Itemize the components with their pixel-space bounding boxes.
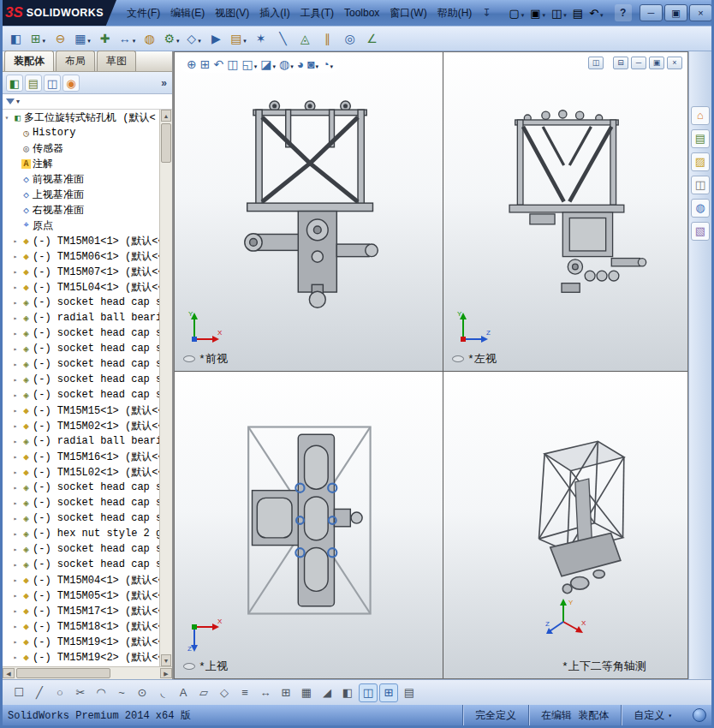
scroll-down-arrow[interactable]: ▼ bbox=[161, 654, 171, 666]
dropdown-arrow-icon[interactable] bbox=[176, 32, 180, 45]
expand-arrow-icon[interactable]: ▸ bbox=[11, 515, 20, 522]
expand-arrow-icon[interactable]: ▸ bbox=[11, 407, 20, 415]
expand-arrow-icon[interactable]: ▸ bbox=[11, 283, 20, 291]
menu-item[interactable]: 视图(V) bbox=[210, 1, 254, 25]
expand-arrow-icon[interactable]: ▸ bbox=[11, 268, 20, 276]
toolbar-button[interactable]: ◍ bbox=[139, 28, 160, 49]
expand-arrow-icon[interactable]: ▸ bbox=[11, 391, 20, 399]
statusbar-globe-icon[interactable] bbox=[693, 708, 706, 722]
tree-item[interactable]: ▸ (-) socket head cap scr bbox=[3, 341, 159, 356]
tree-item[interactable]: ▸ (-) TM15M04<1> (默认<<默 bbox=[3, 572, 159, 588]
commandmanager-tab[interactable]: 布局 bbox=[56, 51, 95, 71]
dropdown-arrow-icon[interactable] bbox=[521, 7, 525, 20]
toolbar-button[interactable]: ◧ bbox=[5, 28, 27, 49]
menu-item[interactable]: 帮助(H) bbox=[432, 1, 478, 25]
scrollbar-thumb[interactable] bbox=[16, 668, 110, 678]
tree-item[interactable]: ▸ (-) radial ball bearing bbox=[3, 310, 159, 325]
headsup-button[interactable]: ◍ bbox=[279, 57, 294, 71]
tree-vertical-scrollbar[interactable]: ▲ ▼ bbox=[159, 110, 172, 666]
menu-item[interactable]: Toolbox bbox=[339, 1, 384, 25]
toolbar-button[interactable]: ◬ bbox=[295, 28, 316, 49]
tree-item[interactable]: ▸ (-) socket head cap scr bbox=[3, 557, 159, 572]
quick-toolbar-button[interactable]: ◫ bbox=[549, 3, 569, 22]
expand-arrow-icon[interactable]: ▸ bbox=[11, 499, 20, 507]
tree-item[interactable]: ▸ (-) TM15M02<1> (默认<<默 bbox=[3, 418, 159, 433]
expand-arrow-icon[interactable]: ▾ bbox=[3, 114, 11, 122]
sketch-toolbar-button[interactable]: ◇ bbox=[215, 683, 234, 702]
task-pane-icon[interactable]: ▧ bbox=[691, 222, 710, 241]
headsup-button[interactable]: ◪ bbox=[260, 57, 276, 71]
sketch-toolbar-button[interactable]: ○ bbox=[51, 683, 69, 702]
scroll-right-arrow[interactable]: ▶ bbox=[160, 668, 172, 678]
tree-item[interactable]: ▸ (-) TM15M05<1> (默认<<默 bbox=[3, 588, 159, 603]
menu-item[interactable]: 文件(F) bbox=[122, 1, 165, 25]
tree-item[interactable]: ▸ (-) socket head cap scr bbox=[3, 356, 159, 372]
dropdown-arrow-icon[interactable] bbox=[42, 32, 46, 45]
tree-item[interactable]: ▸ (-) TM15M07<1> (默认<<默 bbox=[3, 264, 159, 279]
tree-item[interactable]: ▸ (-) radial ball bearing bbox=[3, 433, 159, 449]
dropdown-arrow-icon[interactable] bbox=[86, 32, 91, 45]
toolbar-button[interactable]: ⊖ bbox=[50, 28, 71, 49]
sketch-toolbar-button[interactable]: ▤ bbox=[400, 683, 419, 702]
task-pane-icon[interactable]: ⌂ bbox=[691, 106, 710, 125]
expand-arrow-icon[interactable]: ▸ bbox=[11, 638, 20, 646]
quick-toolbar-button[interactable]: ▤ bbox=[570, 3, 586, 22]
headsup-button[interactable]: ⊞ bbox=[200, 57, 211, 71]
scroll-left-arrow[interactable]: ◀ bbox=[3, 668, 15, 678]
tree-item[interactable]: ▸ (-) TM15M01<1> (默认<<默 bbox=[3, 233, 159, 248]
expand-arrow-icon[interactable]: ▸ bbox=[11, 468, 20, 476]
tree-item[interactable]: ▸ (-) socket head cap scr bbox=[3, 541, 159, 557]
expand-arrow-icon[interactable]: ▸ bbox=[11, 592, 20, 600]
expand-arrow-icon[interactable]: ▸ bbox=[11, 438, 20, 445]
tree-item[interactable]: ▸ (-) hex nut style 2 gra bbox=[3, 526, 159, 541]
pin-menu-icon[interactable]: ↧ bbox=[479, 7, 494, 19]
expand-arrow-icon[interactable]: ▸ bbox=[11, 330, 20, 337]
headsup-button[interactable]: ◱ bbox=[241, 57, 257, 71]
tree-item[interactable]: 上视基准面 bbox=[3, 187, 159, 202]
expand-arrow-icon[interactable]: ▸ bbox=[11, 484, 20, 492]
sketch-toolbar-button[interactable]: ~ bbox=[112, 683, 131, 702]
dropdown-arrow-icon[interactable] bbox=[132, 32, 136, 45]
tree-filter-bar[interactable]: ▾ bbox=[3, 94, 172, 110]
sketch-toolbar-button[interactable]: ◫ bbox=[359, 683, 378, 702]
tree-item[interactable]: ▸ (-) socket head cap scr bbox=[3, 480, 159, 495]
quick-toolbar-button[interactable]: ▢ bbox=[506, 3, 527, 22]
sketch-toolbar-button[interactable]: ╱ bbox=[30, 683, 49, 702]
menu-item[interactable]: 编辑(E) bbox=[165, 1, 210, 25]
tree-item[interactable]: 前视基准面 bbox=[3, 171, 159, 187]
expand-arrow-icon[interactable]: ▸ bbox=[11, 576, 20, 584]
tree-item[interactable]: ▸ (-) socket head cap scr bbox=[3, 295, 159, 310]
headsup-button[interactable]: ↶ bbox=[213, 57, 223, 71]
tree-item[interactable]: ▸ (-) TM15M19<1> (默认<<默 bbox=[3, 634, 159, 649]
sketch-toolbar-button[interactable]: ▦ bbox=[297, 683, 316, 702]
menu-item[interactable]: 工具(T) bbox=[295, 1, 339, 25]
commandmanager-tab[interactable]: 装配体 bbox=[4, 51, 54, 71]
toolbar-button[interactable]: ⚙ bbox=[161, 28, 182, 49]
viewport-front-view[interactable]: Y X *前视 bbox=[175, 52, 443, 372]
tree-item[interactable]: ▸ (-) TM15L02<1> (默认<<默 bbox=[3, 464, 159, 480]
toolbar-button[interactable]: ✶ bbox=[250, 28, 271, 49]
expand-arrow-icon[interactable]: ▸ bbox=[11, 530, 20, 538]
document-window-button[interactable]: ▣ bbox=[649, 57, 664, 69]
toolbar-button[interactable]: ✚ bbox=[94, 28, 116, 49]
sketch-toolbar-button[interactable]: ◠ bbox=[92, 683, 110, 702]
dropdown-arrow-icon[interactable] bbox=[315, 57, 319, 71]
headsup-button[interactable]: ◫ bbox=[227, 57, 238, 71]
tree-item[interactable]: ▸ (-) socket head cap scr bbox=[3, 387, 159, 403]
task-pane-icon[interactable]: ◫ bbox=[691, 176, 710, 194]
viewport-top-view[interactable]: X Z *上视 bbox=[175, 372, 443, 678]
expand-arrow-icon[interactable]: ▸ bbox=[11, 453, 20, 461]
document-window-button[interactable]: × bbox=[667, 57, 682, 69]
dropdown-arrow-icon[interactable] bbox=[271, 57, 276, 71]
commandmanager-tab[interactable]: 草图 bbox=[97, 51, 136, 71]
dropdown-arrow-icon[interactable] bbox=[289, 57, 294, 71]
tree-item[interactable]: ▸ (-) TM15M18<1> (默认<<默 bbox=[3, 618, 159, 634]
tree-item[interactable]: ▸ (-) TM15M17<1> (默认<<默 bbox=[3, 603, 159, 618]
task-pane-icon[interactable]: ◍ bbox=[691, 199, 710, 218]
document-window-button[interactable]: ─ bbox=[631, 57, 646, 69]
tree-horizontal-scrollbar[interactable]: ◀ ▶ bbox=[3, 666, 172, 679]
tree-item[interactable]: ▾ 多工位旋转式钻孔机 (默认< bbox=[3, 110, 159, 125]
dropdown-arrow-icon[interactable] bbox=[599, 7, 604, 20]
expand-arrow-icon[interactable]: ▸ bbox=[11, 653, 20, 661]
expand-arrow-icon[interactable]: ▸ bbox=[11, 376, 20, 384]
